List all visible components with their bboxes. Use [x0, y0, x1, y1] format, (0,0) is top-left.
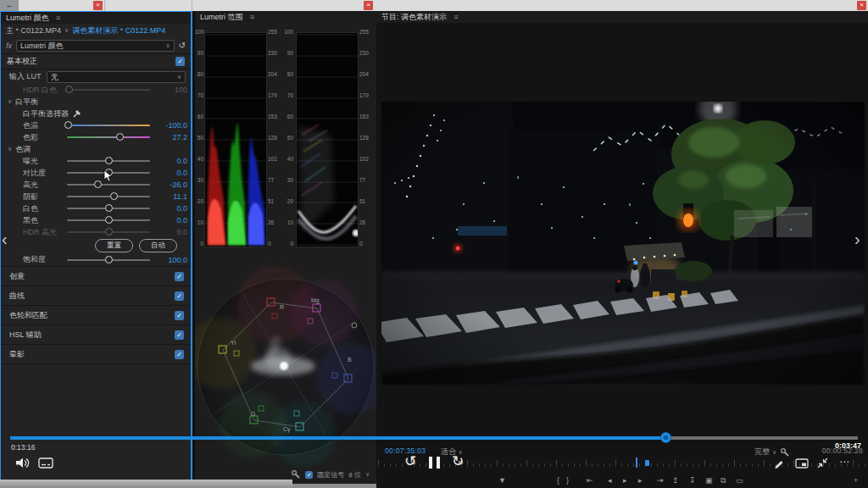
slider-value[interactable]: 0.0: [155, 216, 187, 225]
edit-pencil-icon[interactable]: [773, 458, 785, 469]
program-monitor-title[interactable]: 节目: 调色素材演示 ≡: [376, 11, 868, 23]
reset-button[interactable]: 重置: [95, 239, 133, 252]
panel-title-text: Lumetri 范围: [200, 13, 243, 21]
slider-value[interactable]: 27.2: [155, 133, 187, 141]
creative-checkbox[interactable]: ✓: [175, 272, 184, 281]
slider-label: 色彩: [23, 132, 62, 143]
mini-player-icon[interactable]: [795, 458, 809, 469]
slider-value[interactable]: -26.0: [155, 180, 187, 189]
reset-effect-icon[interactable]: ↺: [179, 41, 186, 50]
monitor-playhead[interactable]: [636, 458, 637, 468]
slider-value[interactable]: 11.1: [155, 192, 187, 201]
panel-menu-icon[interactable]: ≡: [56, 14, 60, 22]
saturation-slider[interactable]: [67, 259, 150, 261]
mark-out-icon[interactable]: }: [566, 476, 569, 485]
export-frame-icon[interactable]: ▣: [705, 476, 713, 485]
curves-checkbox[interactable]: ✓: [175, 291, 184, 301]
blacks-slider[interactable]: [67, 219, 150, 221]
volume-icon[interactable]: [15, 457, 32, 469]
settings-wrench-icon[interactable]: [780, 447, 790, 458]
input-lut-dropdown[interactable]: 无 ∨: [47, 71, 186, 83]
go-to-in-icon[interactable]: ⇤: [587, 476, 593, 485]
back-button[interactable]: ←: [0, 0, 19, 11]
wb-selector-label: 白平衡选择器: [23, 108, 69, 119]
step-forward-icon[interactable]: ▸: [638, 476, 643, 485]
section-creative[interactable]: 创意 ✓: [1, 266, 191, 286]
eyedropper-icon[interactable]: [72, 108, 82, 119]
panel-menu-icon[interactable]: ≡: [250, 13, 254, 21]
captions-icon[interactable]: [38, 458, 54, 469]
section-vignette[interactable]: 晕影 ✓: [1, 344, 191, 364]
monitor-playhead-marker[interactable]: [645, 460, 649, 466]
auto-button[interactable]: 自动: [139, 239, 177, 252]
exposure-slider[interactable]: [67, 160, 150, 162]
slider-handle[interactable]: [105, 256, 113, 263]
pause-button[interactable]: [429, 457, 440, 469]
slider-handle[interactable]: [110, 192, 118, 200]
lift-icon[interactable]: ↥: [672, 476, 679, 485]
basic-correction-checkbox[interactable]: ✓: [175, 57, 185, 66]
white-balance-header[interactable]: ∨ 白平衡: [1, 96, 191, 108]
shadows-slider[interactable]: [67, 196, 150, 197]
chevron-down-icon[interactable]: ∨: [64, 27, 69, 34]
slider-value[interactable]: 0.0: [155, 204, 187, 213]
effect-dropdown[interactable]: Lumetri 颜色 ∨: [16, 40, 175, 52]
close-button[interactable]: ×: [857, 1, 866, 10]
play-icon[interactable]: ▸: [623, 476, 627, 485]
scopes-panel-title[interactable]: Lumetri 范围 ≡: [195, 11, 376, 23]
slider-value: 0.0: [155, 228, 187, 236]
slider-handle[interactable]: [64, 121, 72, 129]
program-monitor-panel: 节目: 调色素材演示 ≡: [376, 11, 868, 488]
slider-handle[interactable]: [116, 133, 124, 141]
clamp-signal-checkbox[interactable]: ✓: [305, 471, 313, 479]
mark-in-icon[interactable]: {: [557, 476, 559, 485]
go-to-out-icon[interactable]: ⇥: [657, 476, 664, 485]
sequence-clip-link[interactable]: 调色素材演示 * C0122.MP4: [72, 25, 165, 36]
vignette-checkbox[interactable]: ✓: [175, 350, 184, 359]
section-curves[interactable]: 曲线 ✓: [1, 286, 191, 305]
slider-handle[interactable]: [105, 216, 113, 224]
skip-forward-30-button[interactable]: ↻ 30: [452, 454, 469, 471]
caption-display-icon[interactable]: ▭: [736, 476, 743, 485]
extract-icon[interactable]: ↧: [689, 476, 696, 485]
section-hsl-secondary[interactable]: HSL 辅助 ✓: [1, 324, 191, 344]
bit-depth-value[interactable]: 8 位: [348, 470, 361, 480]
player-prev-icon[interactable]: ‹: [2, 230, 8, 247]
close-button[interactable]: ×: [93, 1, 103, 10]
close-button[interactable]: ×: [364, 1, 373, 10]
slider-value[interactable]: 0.0: [155, 169, 187, 177]
slider-handle[interactable]: [105, 204, 113, 212]
slider-handle[interactable]: [105, 157, 113, 164]
chevron-down-icon[interactable]: ∨: [365, 471, 370, 478]
input-lut-row: 输入 LUT 无 ∨: [1, 69, 191, 84]
panel-menu-icon[interactable]: ≡: [454, 13, 459, 21]
player-progress-bar[interactable]: [10, 436, 858, 440]
slider-handle[interactable]: [94, 180, 102, 188]
exit-fullscreen-icon[interactable]: [816, 457, 829, 469]
add-marker-icon[interactable]: ▼: [498, 476, 506, 485]
whites-slider[interactable]: [67, 208, 150, 209]
playback-resolution-dropdown[interactable]: 完整 ∨: [754, 446, 776, 458]
slider-value[interactable]: 0.0: [155, 157, 187, 165]
section-basic-correction[interactable]: 基本校正 ✓: [1, 53, 191, 69]
lumetri-color-panel-title[interactable]: Lumetri 颜色 ≡: [1, 12, 191, 24]
vectorscope-label-cy: Cy: [283, 426, 291, 433]
section-color-wheels[interactable]: 色轮和匹配 ✓: [1, 305, 191, 324]
tone-header[interactable]: ∨ 色调: [1, 143, 191, 155]
master-clip-label[interactable]: 主 * C0122.MP4: [6, 25, 61, 36]
button-editor-icon[interactable]: +: [854, 476, 858, 485]
player-progress-handle[interactable]: [660, 432, 671, 443]
skip-back-10-button[interactable]: ↺ 10: [404, 454, 421, 471]
tint-slider[interactable]: [67, 136, 150, 138]
color-wheels-checkbox[interactable]: ✓: [175, 311, 184, 320]
slider-value[interactable]: -100.0: [155, 121, 187, 130]
temperature-slider[interactable]: [67, 125, 150, 126]
step-back-icon[interactable]: ◂: [608, 476, 612, 485]
player-next-icon[interactable]: ›: [854, 230, 860, 247]
hsl-checkbox[interactable]: ✓: [175, 330, 184, 340]
more-options-icon[interactable]: ⋯: [839, 456, 849, 468]
wrench-icon[interactable]: [291, 469, 301, 480]
highlights-slider[interactable]: [67, 184, 150, 186]
slider-value[interactable]: 100.0: [155, 256, 187, 264]
compare-view-icon[interactable]: ⧉: [721, 476, 726, 485]
